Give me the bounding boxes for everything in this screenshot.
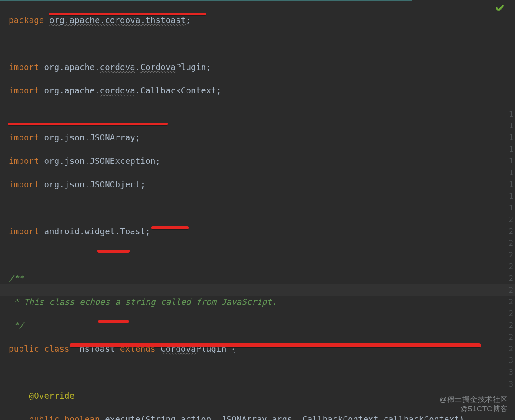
import-path: org.json.JSONException <box>44 156 155 166</box>
import-path: android.widget.Toast <box>44 227 145 236</box>
keyword-import: import <box>9 86 39 95</box>
gutter-number: 1 <box>509 108 513 120</box>
keyword-class: class <box>44 344 69 353</box>
type-jsonarray: JSONArray <box>221 414 267 420</box>
annotation-override: @Override <box>29 391 75 400</box>
gutter-number: 2 <box>509 261 513 273</box>
annotation-underline <box>8 123 168 125</box>
gutter-number: 2 <box>509 320 513 331</box>
annotation-underline <box>98 320 129 323</box>
gutter-number: 2 <box>509 249 513 261</box>
keyword-import: import <box>9 62 39 72</box>
gutter-number: 2 <box>509 273 513 284</box>
gutter-number: 2 <box>509 296 513 308</box>
javadoc: * This class echoes a string called from… <box>9 297 277 307</box>
type-string: String <box>145 414 176 420</box>
watermark: @稀土掘金技术社区 @51CTO博客 <box>439 395 508 414</box>
gutter-number: 1 <box>509 179 513 190</box>
gutter-number: 2 <box>509 214 513 226</box>
watermark-line: @稀土掘金技术社区 <box>439 395 508 404</box>
import-path: org.json.JSONArray <box>44 133 135 142</box>
gutter-number: 2 <box>509 331 513 343</box>
gutter-number: 3 <box>509 355 513 367</box>
keyword-import: import <box>9 180 39 189</box>
keyword-package: package <box>9 15 44 25</box>
gutter-number: 2 <box>509 343 513 355</box>
semicolon: ; <box>186 15 191 25</box>
annotation-underline <box>97 250 130 253</box>
keyword-import: import <box>9 227 39 236</box>
gutter-number: 3 <box>509 378 513 390</box>
gutter-number: 2 <box>509 284 513 296</box>
inspection-status-icon[interactable] <box>496 4 504 11</box>
javadoc: /** <box>9 273 24 283</box>
right-line-gutter: 1 1 1 1 1 1 1 1 1 2 2 2 2 2 2 2 2 2 2 2 … <box>509 108 513 390</box>
import-path: org.apache.cordova.CallbackContext <box>44 86 216 95</box>
gutter-number: 1 <box>509 132 513 143</box>
javadoc: */ <box>9 320 24 330</box>
import-path: org.apache.cordova.CordovaPlugin <box>44 62 206 72</box>
gutter-number: 1 <box>509 155 513 167</box>
type-callbackcontext: CallbackContext <box>302 414 378 420</box>
gutter-number: 1 <box>509 143 513 155</box>
gutter-number: 2 <box>509 226 513 237</box>
gutter-number: 2 <box>509 237 513 249</box>
code-editor[interactable]: package org.apache.cordova.thstoast; imp… <box>0 0 515 420</box>
gutter-number: 1 <box>509 120 513 132</box>
editor-top-border <box>0 0 515 1</box>
method-execute: execute <box>105 414 140 420</box>
param-args: args <box>272 414 292 420</box>
watermark-line: @51CTO博客 <box>439 404 508 414</box>
keyword-boolean: boolean <box>64 414 100 420</box>
code-area[interactable]: package org.apache.cordova.thstoast; imp… <box>0 3 515 420</box>
keyword-public: public <box>29 414 60 420</box>
annotation-underline <box>70 343 481 347</box>
gutter-number: 1 <box>509 202 513 214</box>
keyword-public: public <box>9 344 39 353</box>
import-path: org.json.JSONObject <box>44 180 140 189</box>
gutter-number: 2 <box>509 308 513 320</box>
annotation-underline <box>49 13 206 15</box>
keyword-import: import <box>9 156 39 166</box>
gutter-number: 3 <box>509 367 513 378</box>
param-callbackcontext: callbackContext <box>383 414 459 420</box>
annotation-underline <box>151 226 189 229</box>
param-action: action <box>181 414 211 420</box>
gutter-number: 1 <box>509 167 513 179</box>
package-name: org.apache.cordova.thstoast <box>49 15 186 25</box>
gutter-number: 1 <box>509 190 513 202</box>
keyword-import: import <box>9 133 39 142</box>
